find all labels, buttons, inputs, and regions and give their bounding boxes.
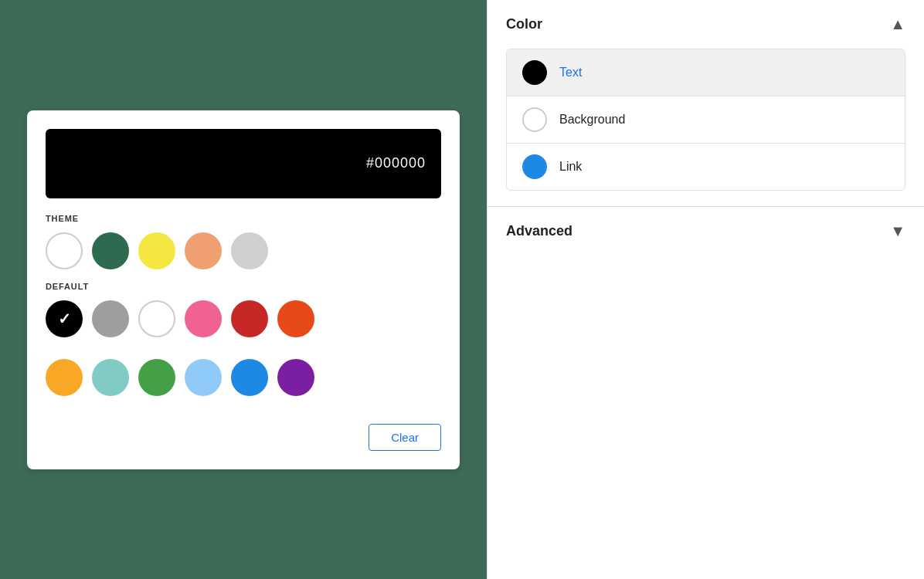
default-swatch-def-red[interactable] (231, 300, 268, 337)
color-option-opt-link[interactable]: Link (507, 144, 905, 190)
option-circle-opt-background (522, 107, 547, 132)
advanced-section-header[interactable]: Advanced ▼ (506, 207, 905, 256)
advanced-section: Advanced ▼ (487, 207, 924, 256)
default-swatch-def-purple[interactable] (277, 359, 314, 396)
color-section-title: Color (506, 16, 542, 32)
left-panel: #000000 THEME DEFAULT Clear (0, 0, 487, 579)
default-swatch-def-gray[interactable] (92, 300, 129, 337)
option-circle-opt-link (522, 154, 547, 179)
clear-btn-row: Clear (46, 424, 441, 451)
theme-swatch-theme-white[interactable] (46, 232, 83, 269)
color-option-opt-text[interactable]: Text (507, 49, 905, 96)
default-label: DEFAULT (46, 282, 441, 291)
color-section: Color ▲ TextBackgroundLink (487, 0, 924, 207)
default-swatch-def-lightblue[interactable] (185, 359, 222, 396)
default-swatch-def-lightgreen[interactable] (92, 359, 129, 396)
theme-swatch-theme-peach[interactable] (185, 232, 222, 269)
color-option-opt-background[interactable]: Background (507, 96, 905, 144)
color-preview: #000000 (46, 129, 441, 198)
color-picker-card: #000000 THEME DEFAULT Clear (27, 110, 460, 469)
option-label-opt-text: Text (559, 66, 582, 80)
color-section-header[interactable]: Color ▲ (506, 0, 905, 49)
default-swatch-def-black[interactable] (46, 300, 83, 337)
color-options-list: TextBackgroundLink (506, 49, 905, 191)
theme-swatch-theme-lightgray[interactable] (231, 232, 268, 269)
default-swatch-def-blue[interactable] (231, 359, 268, 396)
default-swatch-def-orange[interactable] (277, 300, 314, 337)
theme-swatches-row (46, 232, 441, 269)
default-row-2 (46, 359, 441, 396)
option-label-opt-background: Background (559, 113, 625, 127)
advanced-chevron-icon: ▼ (890, 222, 905, 240)
default-row-1 (46, 300, 441, 337)
theme-label: THEME (46, 214, 441, 223)
color-chevron-icon: ▲ (890, 15, 905, 33)
theme-swatch-theme-green[interactable] (92, 232, 129, 269)
option-label-opt-link: Link (559, 160, 582, 174)
default-swatch-def-pink[interactable] (185, 300, 222, 337)
option-circle-opt-text (522, 60, 547, 85)
clear-button[interactable]: Clear (369, 424, 441, 451)
theme-swatch-theme-yellow[interactable] (138, 232, 175, 269)
default-swatch-def-yellow[interactable] (46, 359, 83, 396)
default-swatch-def-white[interactable] (138, 300, 175, 337)
color-hex-value: #000000 (366, 155, 426, 171)
default-rows (46, 300, 441, 408)
right-panel: Color ▲ TextBackgroundLink Advanced ▼ (487, 0, 924, 579)
advanced-title: Advanced (506, 223, 572, 239)
default-swatch-def-green[interactable] (138, 359, 175, 396)
default-section: DEFAULT (46, 282, 441, 408)
